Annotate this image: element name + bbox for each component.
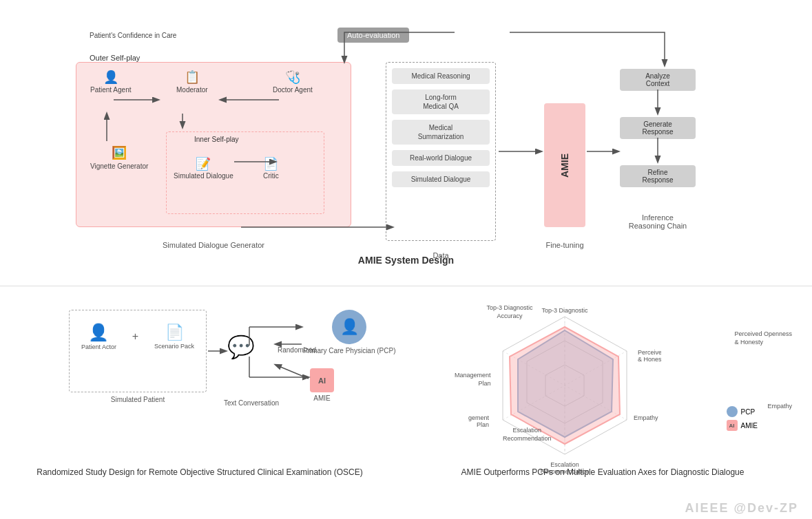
radar-legend: PCP AI AMIE xyxy=(727,406,758,434)
critic-agent: 📄 Critic xyxy=(263,156,279,180)
inner-selfplay-label: Inner Self-play xyxy=(194,136,238,143)
analyze-context-box: AnalyzeContext xyxy=(620,69,696,91)
inner-selfplay-box: Inner Self-play 📝 Simulated Dialogue 📄 C… xyxy=(166,131,324,214)
top-section: Patient's Confidence in Care Outer Self-… xyxy=(7,7,805,275)
main-container: Patient's Confidence in Care Outer Self-… xyxy=(0,0,812,519)
data-item-simulated-dialogue: Simulated Dialogue xyxy=(392,171,490,187)
moderator-agent: 📋 Moderator xyxy=(176,70,208,94)
doctor-agent: 🩺 Doctor Agent xyxy=(273,70,313,94)
svg-text:& Honesty: & Honesty xyxy=(638,356,661,363)
data-item-medical-reasoning: Medical Reasoning xyxy=(392,68,490,84)
outer-selfplay-label: Outer Self-play xyxy=(90,54,140,62)
radar-chart: Top-3 Diagnostic Perceived Openness & Ho… xyxy=(468,303,661,475)
axis-top-label: Top-3 DiagnosticAccuracy xyxy=(475,304,544,320)
chat-icon: 💬 xyxy=(227,334,255,360)
finetuning-label: Fine-tuning xyxy=(530,241,599,249)
text-conversation-label: Text Conversation xyxy=(210,399,293,407)
data-item-realworld-dialogue: Real-world Dialogue xyxy=(392,150,490,166)
data-item-medical-summarization: MedicalSummarization xyxy=(392,120,490,145)
simulated-patient-box: 👤 Patient Actor + 📄 Scenario Pack xyxy=(69,310,207,392)
plus-sign: + xyxy=(129,330,142,343)
svg-text:Top-3 Diagnostic: Top-3 Diagnostic xyxy=(541,307,588,314)
amie-system-title: AMIE System Design xyxy=(358,255,454,266)
randomized-label: Randomized xyxy=(278,346,316,354)
svg-line-16 xyxy=(275,365,309,379)
section-divider xyxy=(0,286,812,286)
simulated-dialogue-generator-box: 👤 Patient Agent 📋 Moderator 🩺 Doctor Age… xyxy=(76,62,351,227)
amie-finetune-box: AMIE xyxy=(544,103,585,227)
amie-container: AI AMIE xyxy=(310,368,334,402)
simulated-dialogue-label: Simulated Dialogue Generator xyxy=(76,241,351,249)
legend-pcp: PCP xyxy=(727,406,758,417)
axis-bottom-label: EscalationRecommendation xyxy=(503,427,552,443)
study-design-title: Randomized Study Design for Remote Objec… xyxy=(7,466,393,478)
vignette-generator: 🖼️ Vignette Generator xyxy=(90,145,148,171)
simulated-dialogue-agent: 📝 Simulated Dialogue xyxy=(174,156,233,180)
data-box: Medical Reasoning Long-formMedical QA Me… xyxy=(386,62,496,241)
svg-text:Perceived Openness: Perceived Openness xyxy=(638,349,661,356)
axis-right-bottom-label: Empathy xyxy=(767,403,792,410)
svg-text:Management: Management xyxy=(468,414,489,421)
simulated-patient-label: Simulated Patient xyxy=(69,396,207,403)
legend-amie: AI AMIE xyxy=(727,420,758,431)
generate-response-box: GenerateResponse xyxy=(620,117,696,139)
pcp-legend-icon xyxy=(727,406,738,417)
amie-legend-icon: AI xyxy=(727,420,738,431)
svg-text:Empathy: Empathy xyxy=(634,414,658,421)
axis-left-label: ManagementPlan xyxy=(455,372,491,388)
patient-actor: 👤 Patient Actor xyxy=(81,323,116,350)
watermark: AIEEE @Dev-ZP xyxy=(685,501,798,516)
radar-title: AMIE Outperforms PCPs on Multiple Evalua… xyxy=(413,466,792,478)
scenario-pack: 📄 Scenario Pack xyxy=(154,324,194,350)
bottom-section: 👤 Patient Actor + 📄 Scenario Pack Simula… xyxy=(7,289,805,502)
auto-eval-box: Auto-evaluation xyxy=(337,28,409,43)
refine-response-box: RefineResponse xyxy=(620,165,696,187)
patient-agent: 👤 Patient Agent xyxy=(90,70,132,94)
svg-text:Plan: Plan xyxy=(477,421,489,428)
axis-right-top-label: Perceived Openness& Honesty xyxy=(734,330,792,346)
patient-confidence-label: Patient's Confidence in Care xyxy=(90,31,176,40)
inference-label: InferenceReasoning Chain xyxy=(613,213,702,230)
study-design-area: 👤 Patient Actor + 📄 Scenario Pack Simula… xyxy=(7,289,406,475)
radar-area: Top-3 Diagnostic Perceived Openness & Ho… xyxy=(413,289,799,475)
pcp-container: 👤 Primary Care Physician (PCP) xyxy=(303,310,395,355)
data-item-medical-qa: Long-formMedical QA xyxy=(392,89,490,114)
